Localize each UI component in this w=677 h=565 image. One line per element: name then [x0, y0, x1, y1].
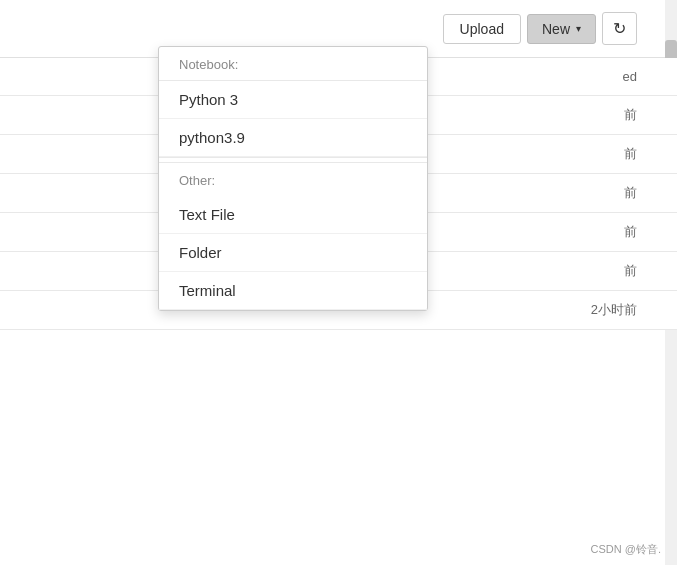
row-time: 前 — [624, 262, 637, 280]
other-section-label: Other: — [159, 162, 427, 196]
notebook-section-label: Notebook: — [159, 47, 427, 81]
dropdown-item-python3[interactable]: Python 3 — [159, 81, 427, 119]
row-time: 前 — [624, 145, 637, 163]
new-button[interactable]: New ▾ — [527, 14, 596, 44]
watermark: CSDN @铃音. — [591, 542, 661, 557]
row-time: ed — [623, 69, 637, 84]
dropdown-divider — [159, 157, 427, 158]
dropdown-item-folder[interactable]: Folder — [159, 234, 427, 272]
row-time: 前 — [624, 106, 637, 124]
dropdown-item-python39[interactable]: python3.9 — [159, 119, 427, 157]
row-time: 前 — [624, 184, 637, 202]
page-wrapper: Upload New ▾ ↻ ed 前 前 前 前 前 2小时前 Noteb — [0, 0, 677, 565]
row-time: 前 — [624, 223, 637, 241]
upload-button[interactable]: Upload — [443, 14, 521, 44]
new-dropdown-menu: Notebook: Python 3 python3.9 Other: Text… — [158, 46, 428, 311]
row-time: 2小时前 — [591, 301, 637, 319]
chevron-down-icon: ▾ — [576, 23, 581, 34]
dropdown-item-textfile[interactable]: Text File — [159, 196, 427, 234]
refresh-button[interactable]: ↻ — [602, 12, 637, 45]
dropdown-item-terminal[interactable]: Terminal — [159, 272, 427, 310]
new-label: New — [542, 21, 570, 37]
